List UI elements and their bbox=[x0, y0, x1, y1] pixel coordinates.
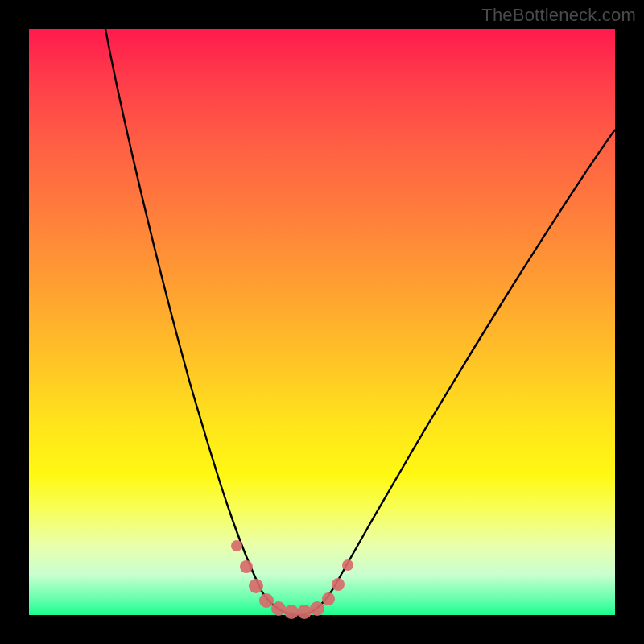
bottleneck-curve bbox=[105, 29, 615, 615]
datapoint-markers bbox=[231, 540, 353, 619]
plot-area bbox=[29, 29, 615, 615]
datapoint bbox=[240, 560, 253, 573]
chart-svg bbox=[29, 29, 615, 615]
datapoint bbox=[284, 605, 299, 619]
chart-frame: TheBottleneck.com bbox=[0, 0, 644, 644]
datapoint bbox=[231, 540, 242, 551]
watermark-text: TheBottleneck.com bbox=[481, 5, 636, 26]
datapoint bbox=[297, 605, 312, 619]
datapoint bbox=[271, 601, 286, 616]
datapoint bbox=[259, 593, 274, 608]
datapoint bbox=[310, 601, 324, 616]
datapoint bbox=[332, 578, 345, 591]
datapoint bbox=[342, 559, 353, 571]
datapoint bbox=[249, 579, 263, 593]
datapoint bbox=[322, 592, 335, 605]
